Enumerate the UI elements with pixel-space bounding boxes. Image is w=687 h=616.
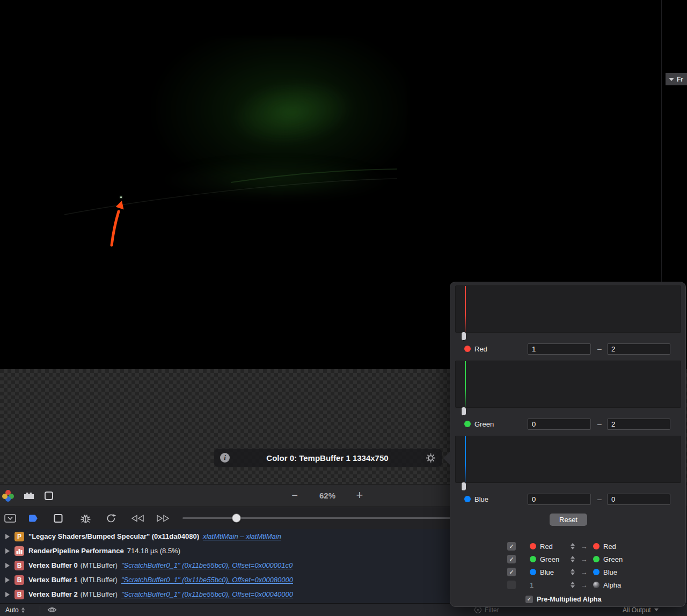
- gear-icon[interactable]: [425, 452, 436, 463]
- blue-range-slider-handle[interactable]: [461, 482, 466, 491]
- disclosure-right-icon[interactable]: [5, 534, 10, 539]
- attachment-title: Color 0: TempBuffer 1 1334x750: [230, 453, 425, 463]
- item-title: Vertex Buffer 1: [28, 576, 78, 584]
- zoom-out-button[interactable]: −: [289, 485, 301, 507]
- channel-popup-stepper[interactable]: [571, 569, 575, 575]
- maps-to-arrow-icon: →: [580, 542, 588, 551]
- target-green-dot-icon: [593, 556, 600, 562]
- premultiplied-alpha-checkbox[interactable]: ✓: [525, 596, 533, 603]
- zoom-level[interactable]: 62%: [306, 485, 349, 507]
- reset-button[interactable]: Reset: [550, 514, 587, 526]
- buffer-badge-icon: B: [14, 575, 24, 585]
- metal-debugger-window: { "icons": { "check": "✓", "info": "i", …: [0, 0, 687, 616]
- item-link[interactable]: "ScratchBuffer0_1" (0x11be55bc0), Offset…: [121, 590, 293, 598]
- blue-max-input[interactable]: [607, 494, 670, 505]
- item-link[interactable]: xlatMtlMain – xlatMtlMain: [203, 532, 281, 540]
- red-channel-row: Red –: [450, 343, 686, 355]
- target-channel-label: Alpha: [603, 581, 621, 589]
- zoom-in-button[interactable]: +: [352, 485, 367, 507]
- chevron-down-icon: [654, 608, 659, 611]
- channel-inspector-popover: Red – Green – Blue – Reset ✓ Red → Red: [450, 282, 686, 607]
- mapping-row-green: ✓ Green → Green: [450, 553, 686, 565]
- output-selector-label: All Output: [623, 606, 651, 614]
- target-blue-dot-icon: [593, 569, 600, 575]
- buffer-icon[interactable]: [23, 491, 35, 501]
- blue-channel-row: Blue –: [450, 493, 686, 505]
- premultiplied-alpha-row: ✓ Pre-Multiplied Alpha: [525, 596, 601, 603]
- breakpoints-flag-icon[interactable]: [28, 514, 39, 523]
- frame-panel-label: Fr: [677, 76, 683, 83]
- maps-to-arrow-icon: →: [580, 568, 588, 576]
- item-kind: (MTLBuffer): [81, 590, 118, 598]
- popup-arrows-icon: [21, 607, 25, 613]
- disclosure-right-icon[interactable]: [5, 548, 10, 554]
- green-min-input[interactable]: [528, 419, 591, 430]
- target-channel-label: Green: [603, 555, 623, 563]
- maps-to-arrow-icon: →: [580, 581, 588, 589]
- source-channel-label: Red: [540, 542, 567, 551]
- attachment-info-bar: i Color 0: TempBuffer 1 1334x750: [214, 449, 442, 467]
- item-link[interactable]: "ScratchBuffer0_1" (0x11be55bc0), Offset…: [121, 576, 293, 584]
- blue-channel-dot-icon: [464, 496, 471, 502]
- premultiplied-alpha-label: Pre-Multiplied Alpha: [537, 596, 601, 603]
- frame-scrubber-knob[interactable]: [232, 514, 241, 523]
- alpha-enabled-checkbox[interactable]: [507, 581, 516, 589]
- item-title: "Legacy Shaders/Bumped Specular" (0x11da…: [28, 532, 199, 540]
- blue-min-input[interactable]: [528, 494, 591, 505]
- mapping-row-alpha: 1 → Alpha: [450, 579, 686, 591]
- color-attachments-icon[interactable]: [2, 490, 14, 502]
- refresh-icon[interactable]: [106, 513, 116, 523]
- buffer-badge-icon: B: [14, 590, 24, 599]
- auto-label: Auto: [5, 606, 19, 614]
- red-max-input[interactable]: [607, 343, 670, 355]
- annotation-arrow-icon: [102, 194, 129, 248]
- target-channel-label: Blue: [603, 568, 617, 576]
- disclosure-right-icon[interactable]: [5, 563, 10, 568]
- green-range-slider-handle[interactable]: [461, 407, 466, 416]
- channel-popup-stepper[interactable]: [571, 582, 575, 588]
- filter-icon: [474, 606, 481, 613]
- red-enabled-checkbox[interactable]: ✓: [507, 542, 516, 551]
- source-red-dot-icon: [530, 543, 536, 549]
- channel-popup-stepper[interactable]: [571, 543, 575, 549]
- fast-forward-icon[interactable]: [156, 514, 171, 523]
- red-histogram: [455, 285, 681, 333]
- jump-bar-icon[interactable]: [4, 514, 16, 523]
- blue-histogram: [455, 436, 681, 483]
- target-channel-label: Red: [603, 542, 616, 551]
- attachment-frame-icon[interactable]: [44, 491, 54, 501]
- green-channel-dot-icon: [464, 421, 471, 427]
- source-channel-label: Green: [540, 555, 567, 563]
- item-link[interactable]: "ScratchBuffer0_1" (0x11be55bc0), Offset…: [121, 561, 293, 569]
- disclosure-down-icon: [669, 78, 674, 81]
- disclosure-right-icon[interactable]: [5, 577, 10, 583]
- green-max-input[interactable]: [607, 419, 670, 430]
- divider: [40, 606, 40, 614]
- rewind-icon[interactable]: [130, 514, 145, 523]
- buffer-badge-icon: B: [14, 561, 24, 570]
- mapping-row-blue: ✓ Blue → Blue: [450, 566, 686, 578]
- info-icon[interactable]: i: [220, 453, 230, 463]
- channel-popup-stepper[interactable]: [571, 556, 575, 562]
- channel-label: Red: [474, 345, 487, 353]
- green-enabled-checkbox[interactable]: ✓: [507, 555, 516, 563]
- red-min-input[interactable]: [528, 343, 591, 355]
- red-range-slider-handle[interactable]: [461, 332, 466, 341]
- auto-variables-selector[interactable]: Auto: [5, 604, 25, 616]
- target-alpha-dot-icon: [593, 582, 600, 588]
- blue-enabled-checkbox[interactable]: ✓: [507, 568, 516, 576]
- pipeline-state-icon: P: [14, 532, 24, 541]
- source-green-dot-icon: [530, 556, 536, 562]
- debug-bug-icon[interactable]: [80, 513, 91, 523]
- source-blue-dot-icon: [530, 569, 536, 575]
- range-dash: –: [593, 495, 606, 503]
- quicklook-eye-icon[interactable]: [47, 606, 57, 613]
- green-histogram-spike: [465, 361, 466, 407]
- source-channel-label: Blue: [540, 568, 567, 576]
- frame-panel-header[interactable]: Fr: [666, 73, 687, 85]
- disclosure-right-icon[interactable]: [5, 592, 10, 597]
- frame-bounds-icon[interactable]: [54, 514, 63, 523]
- range-dash: –: [593, 344, 606, 353]
- green-histogram: [455, 361, 681, 408]
- range-dash: –: [593, 420, 606, 428]
